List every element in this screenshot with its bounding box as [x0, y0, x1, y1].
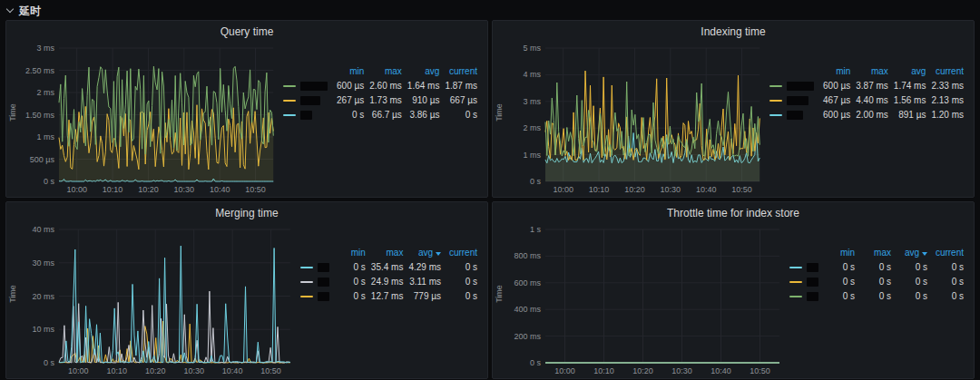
row-header-latency[interactable]: 延时	[7, 4, 975, 18]
legend-max-value: 3.87 ms	[853, 79, 891, 93]
svg-text:5 ms: 5 ms	[523, 44, 541, 53]
svg-text:10:00: 10:00	[553, 185, 573, 194]
legend-col-max[interactable]: max	[368, 246, 407, 260]
legend-row: 467 µs 4.40 ms 1.56 ms 2.13 ms	[767, 93, 966, 108]
legend-col-avg[interactable]: avg	[406, 246, 444, 260]
legend-current-value: 2.33 ms	[928, 79, 966, 93]
series-name-cell	[300, 278, 329, 287]
series-name-redacted[interactable]	[318, 263, 329, 272]
legend-current-value: 667 µs	[442, 93, 480, 108]
legend-row: 267 µs 1.73 ms 910 µs 667 µs	[280, 93, 480, 108]
svg-text:10:20: 10:20	[624, 185, 645, 194]
legend-col-avg[interactable]: avg	[891, 64, 929, 79]
series-name-redacted[interactable]	[300, 111, 312, 120]
series-name-redacted[interactable]	[787, 96, 808, 105]
legend-max-value: 0 s	[858, 275, 894, 289]
chevron-down-icon	[6, 5, 14, 13]
grafana-dashboard: 延时 Query time Time 0 s500 µs1 ms1.50 ms2…	[0, 0, 980, 380]
time-series-graph[interactable]: Time 0 s500 µs1 ms1.50 ms2 ms2.50 ms3 ms…	[10, 43, 280, 195]
legend-col-min[interactable]: min	[817, 64, 853, 79]
panel-header[interactable]: Throttle time for index store	[493, 202, 974, 224]
time-series-graph[interactable]: Time 0 s10 ms20 ms30 ms40 ms10:0010:1010…	[10, 224, 298, 376]
series-name-cell	[300, 263, 329, 272]
legend-col-max[interactable]: max	[858, 246, 894, 260]
svg-text:0 s: 0 s	[44, 177, 55, 186]
legend-min-value: 600 µs	[330, 79, 367, 93]
svg-text:10:40: 10:40	[222, 366, 243, 375]
series-color-swatch	[769, 114, 782, 116]
legend-row: 0 s 24.9 ms 3.11 ms 0 s	[298, 275, 480, 289]
series-name-redacted[interactable]	[318, 278, 329, 287]
svg-text:10:30: 10:30	[661, 185, 681, 194]
series-name-redacted[interactable]	[807, 278, 818, 287]
series-name-redacted[interactable]	[807, 292, 818, 301]
legend-row: 600 µs 2.00 ms 891 µs 1.20 ms	[767, 108, 966, 122]
svg-text:600 ms: 600 ms	[514, 278, 541, 287]
svg-text:2 ms: 2 ms	[523, 123, 541, 132]
graph-canvas[interactable]: 0 s1 ms2 ms3 ms4 ms5 ms10:0010:1010:2010…	[505, 43, 767, 195]
svg-text:10:10: 10:10	[103, 185, 123, 194]
legend-current-value: 1.20 ms	[928, 108, 966, 122]
legend-min-value: 0 s	[821, 275, 858, 289]
legend-max-value: 2.00 ms	[853, 108, 891, 122]
svg-text:500 µs: 500 µs	[30, 155, 55, 164]
svg-text:10:30: 10:30	[174, 185, 195, 194]
legend-col-max[interactable]: max	[853, 64, 891, 79]
legend-col-current[interactable]: current	[928, 64, 966, 79]
time-series-graph[interactable]: Time 0 s1 ms2 ms3 ms4 ms5 ms10:0010:1010…	[496, 43, 767, 195]
legend-max-value: 4.40 ms	[853, 93, 891, 108]
series-name-redacted[interactable]	[300, 96, 320, 105]
y-axis-title: Time	[8, 103, 17, 122]
legend-col-current[interactable]: current	[442, 64, 480, 79]
panel-indexing-time: Indexing time Time 0 s1 ms2 ms3 ms4 ms5 …	[492, 20, 975, 198]
legend-col-avg[interactable]: avg	[894, 246, 930, 260]
panel-body: Time 0 s200 ms400 ms600 ms800 ms1 s10:00…	[493, 224, 974, 378]
time-series-graph[interactable]: Time 0 s200 ms400 ms600 ms800 ms1 s10:00…	[496, 224, 787, 376]
panel-title: Indexing time	[701, 25, 765, 38]
svg-text:10:10: 10:10	[589, 185, 610, 194]
graph-canvas[interactable]: 0 s500 µs1 ms1.50 ms2 ms2.50 ms3 ms10:00…	[19, 43, 280, 195]
legend-col-current[interactable]: current	[930, 246, 966, 260]
legend-col-avg[interactable]: avg	[405, 64, 443, 79]
legend-row: 0 s 66.7 µs 3.86 µs 0 s	[280, 108, 480, 122]
panels-grid: Query time Time 0 s500 µs1 ms1.50 ms2 ms…	[5, 20, 975, 379]
legend-row: 0 s 0 s 0 s 0 s	[787, 275, 966, 289]
svg-text:10:00: 10:00	[554, 366, 575, 375]
legend-current-value: 0 s	[442, 108, 480, 122]
svg-text:10:50: 10:50	[245, 185, 266, 194]
legend-avg-value: 0 s	[894, 260, 930, 275]
panel-header[interactable]: Indexing time	[493, 21, 974, 43]
series-name-redacted[interactable]	[787, 111, 803, 120]
legend-col-current[interactable]: current	[444, 246, 480, 260]
legend-current-value: 0 s	[444, 289, 480, 304]
legend-col-min[interactable]: min	[330, 64, 367, 79]
svg-text:1 s: 1 s	[530, 225, 542, 234]
panel-title: Query time	[220, 25, 274, 38]
legend-col-min[interactable]: min	[821, 246, 858, 260]
series-color-swatch	[789, 281, 802, 283]
legend-col-max[interactable]: max	[367, 64, 405, 79]
series-name-redacted[interactable]	[300, 82, 328, 91]
svg-text:10:50: 10:50	[260, 366, 281, 375]
y-axis-title: Time	[495, 285, 504, 303]
series-name-redacted[interactable]	[787, 82, 814, 91]
panel-header[interactable]: Merging time	[6, 202, 487, 224]
svg-text:4 ms: 4 ms	[523, 70, 541, 79]
legend-table: minmaxavgcurrent 600 µs 3.87 ms 1.74 ms …	[767, 64, 966, 122]
legend-current-value: 1.87 ms	[442, 79, 480, 93]
legend-current-value: 0 s	[930, 260, 966, 275]
panel-title: Throttle time for index store	[667, 207, 799, 219]
series-color-swatch	[300, 281, 313, 283]
svg-text:40 ms: 40 ms	[32, 225, 54, 234]
series-name-redacted[interactable]	[807, 263, 818, 272]
legend-current-value: 0 s	[930, 275, 966, 289]
legend-col-min[interactable]: min	[332, 246, 368, 260]
graph-canvas[interactable]: 0 s200 ms400 ms600 ms800 ms1 s10:0010:10…	[505, 224, 787, 376]
series-name-cell	[789, 278, 818, 287]
series-name-cell	[769, 82, 814, 91]
graph-canvas[interactable]: 0 s10 ms20 ms30 ms40 ms10:0010:1010:2010…	[19, 224, 298, 376]
svg-text:2.50 ms: 2.50 ms	[25, 66, 55, 75]
svg-text:10:10: 10:10	[593, 366, 614, 375]
series-name-redacted[interactable]	[318, 292, 329, 301]
panel-header[interactable]: Query time	[6, 21, 487, 43]
